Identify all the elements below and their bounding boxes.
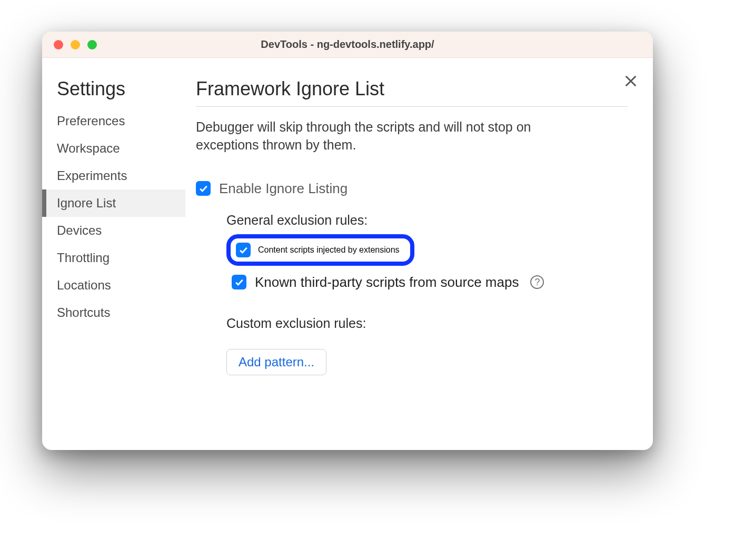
sidebar: Settings Preferences Workspace Experimen… (42, 58, 185, 450)
sidebar-heading: Settings (42, 78, 185, 107)
sidebar-item-ignore-list[interactable]: Ignore List (42, 189, 185, 217)
sidebar-item-label: Experiments (57, 168, 127, 183)
sidebar-item-preferences[interactable]: Preferences (42, 107, 185, 135)
rule-content-scripts-highlight: Content scripts injected by extensions (226, 234, 414, 266)
checkbox-checked-icon[interactable] (236, 243, 251, 257)
sidebar-item-devices[interactable]: Devices (42, 217, 185, 244)
rule-label: Content scripts injected by extensions (258, 245, 400, 255)
sidebar-item-label: Workspace (57, 141, 120, 155)
sidebar-item-shortcuts[interactable]: Shortcuts (42, 299, 185, 326)
traffic-lights (54, 40, 97, 49)
general-rules-heading: General exclusion rules: (226, 213, 628, 228)
sidebar-item-workspace[interactable]: Workspace (42, 135, 185, 162)
page-title: Framework Ignore List (196, 78, 628, 107)
checkbox-checked-icon[interactable] (232, 275, 246, 289)
add-pattern-button[interactable]: Add pattern... (226, 349, 326, 375)
close-icon[interactable] (623, 74, 638, 88)
add-pattern-label: Add pattern... (239, 355, 314, 369)
checkbox-checked-icon[interactable] (196, 181, 211, 196)
sidebar-item-label: Preferences (57, 114, 125, 128)
window-close-button[interactable] (54, 40, 63, 49)
enable-ignore-listing-row[interactable]: Enable Ignore Listing (196, 181, 628, 197)
rule-third-party-scripts-row[interactable]: Known third-party scripts from source ma… (226, 274, 628, 291)
sidebar-item-label: Shortcuts (57, 305, 110, 319)
sidebar-item-throttling[interactable]: Throttling (42, 244, 185, 272)
sidebar-item-label: Locations (57, 278, 111, 292)
window-title: DevTools - ng-devtools.netlify.app/ (42, 38, 653, 51)
sidebar-item-label: Throttling (57, 251, 110, 265)
sidebar-item-experiments[interactable]: Experiments (42, 162, 185, 189)
enable-ignore-listing-label: Enable Ignore Listing (219, 181, 348, 197)
custom-rules-heading: Custom exclusion rules: (226, 316, 628, 331)
window-zoom-button[interactable] (87, 40, 97, 49)
titlebar: DevTools - ng-devtools.netlify.app/ (42, 32, 653, 58)
settings-window: DevTools - ng-devtools.netlify.app/ Sett… (42, 32, 653, 450)
content-area: Settings Preferences Workspace Experimen… (42, 58, 653, 450)
window-minimize-button[interactable] (71, 40, 80, 49)
main-panel: Framework Ignore List Debugger will skip… (185, 58, 653, 450)
sidebar-item-label: Ignore List (57, 196, 116, 210)
sidebar-item-label: Devices (57, 223, 102, 237)
rule-label: Known third-party scripts from source ma… (255, 274, 519, 291)
help-icon[interactable]: ? (530, 275, 544, 289)
general-rules-list: Content scripts injected by extensions K… (226, 234, 628, 291)
sidebar-item-locations[interactable]: Locations (42, 272, 185, 299)
page-description: Debugger will skip through the scripts a… (196, 118, 596, 154)
